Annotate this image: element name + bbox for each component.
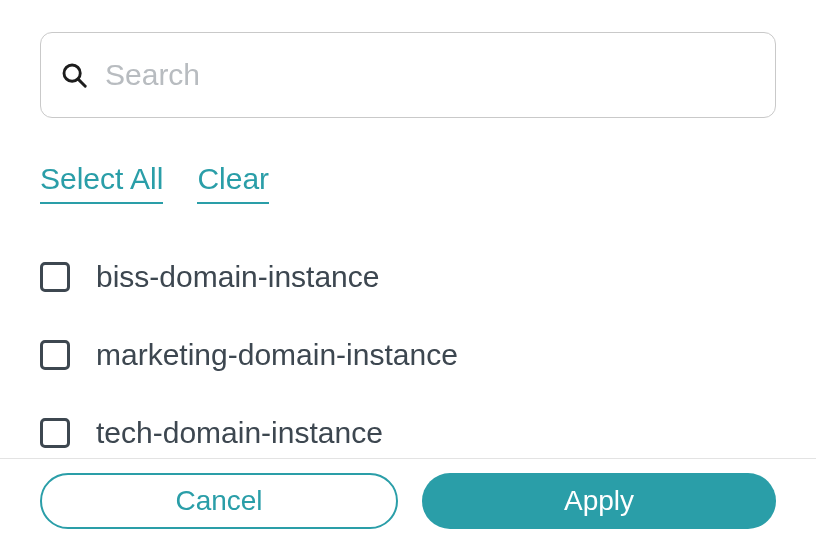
checkbox[interactable] — [40, 262, 70, 292]
bulk-actions-row: Select All Clear — [40, 160, 776, 204]
options-list: biss-domain-instance marketing-domain-in… — [40, 260, 776, 450]
search-input[interactable] — [103, 57, 757, 93]
checkbox[interactable] — [40, 418, 70, 448]
panel-footer: Cancel Apply — [0, 458, 816, 558]
cancel-button[interactable]: Cancel — [40, 473, 398, 529]
search-box[interactable] — [40, 32, 776, 118]
clear-link[interactable]: Clear — [197, 160, 269, 204]
option-label: tech-domain-instance — [96, 416, 383, 450]
list-item[interactable]: biss-domain-instance — [40, 260, 776, 294]
checkbox[interactable] — [40, 340, 70, 370]
option-label: marketing-domain-instance — [96, 338, 458, 372]
filter-dropdown-panel: Select All Clear biss-domain-instance ma… — [0, 0, 816, 558]
list-item[interactable]: marketing-domain-instance — [40, 338, 776, 372]
svg-line-1 — [78, 79, 85, 86]
search-icon — [59, 60, 89, 90]
panel-content: Select All Clear biss-domain-instance ma… — [0, 0, 816, 450]
option-label: biss-domain-instance — [96, 260, 379, 294]
apply-button[interactable]: Apply — [422, 473, 776, 529]
select-all-link[interactable]: Select All — [40, 160, 163, 204]
list-item[interactable]: tech-domain-instance — [40, 416, 776, 450]
